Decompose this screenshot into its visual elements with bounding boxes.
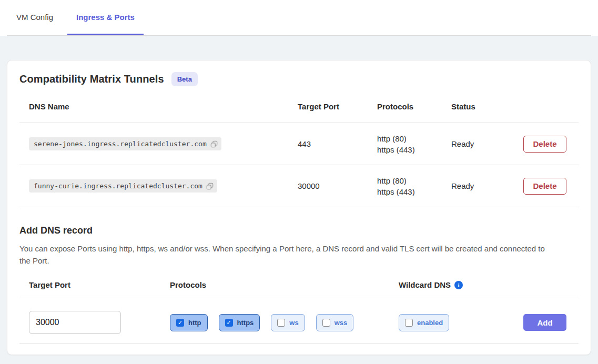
- status-badge: Ready: [451, 139, 511, 148]
- checkbox-checked-icon: ✓: [225, 319, 233, 327]
- copy-icon[interactable]: [210, 140, 218, 148]
- protocols-value: http (80) https (443): [377, 133, 451, 155]
- protocol-checkbox-https[interactable]: ✓ https: [219, 314, 260, 331]
- add-form-labels-row: Target Port Protocols Wildcard DNS i: [19, 280, 579, 298]
- label-protocols: Protocols: [170, 280, 399, 289]
- protocol-checkbox-wss[interactable]: wss: [316, 314, 354, 331]
- status-badge: Ready: [451, 181, 511, 190]
- copy-icon[interactable]: [206, 183, 214, 190]
- table-row: funny-curie.ingress.replicatedcluster.co…: [19, 165, 579, 207]
- protocol-label: wss: [335, 319, 348, 327]
- checkbox-unchecked-icon: [277, 319, 285, 327]
- table-header-row: DNS Name Target Port Protocols Status: [19, 102, 579, 123]
- beta-badge: Beta: [171, 72, 198, 86]
- protocol-checkbox-ws[interactable]: ws: [271, 314, 305, 331]
- label-target-port: Target Port: [29, 280, 170, 289]
- delete-button[interactable]: Delete: [523, 178, 566, 195]
- label-wildcard-dns: Wildcard DNS i: [399, 280, 566, 289]
- dns-name-text: funny-curie.ingress.replicatedcluster.co…: [34, 182, 202, 190]
- delete-button[interactable]: Delete: [523, 136, 566, 153]
- dns-name-pill: serene-jones.ingress.replicatedcluster.c…: [29, 137, 221, 150]
- target-port-value: 443: [298, 139, 377, 148]
- col-header-dns-name: DNS Name: [29, 102, 298, 111]
- dns-name-pill: funny-curie.ingress.replicatedcluster.co…: [29, 179, 217, 193]
- table-row: serene-jones.ingress.replicatedcluster.c…: [19, 123, 579, 165]
- tabs-bar: VM Config Ingress & Ports: [7, 0, 591, 36]
- protocol-label: https: [237, 319, 254, 327]
- card-header: Compatibility Matrix Tunnels Beta: [19, 72, 579, 86]
- tunnels-card: Compatibility Matrix Tunnels Beta DNS Na…: [7, 60, 591, 355]
- tab-ingress-ports[interactable]: Ingress & Ports: [67, 0, 144, 35]
- card-footer-divider: [19, 343, 579, 344]
- col-header-protocols: Protocols: [377, 102, 451, 111]
- checkbox-unchecked-icon: [322, 319, 330, 327]
- tab-vm-config[interactable]: VM Config: [7, 0, 62, 35]
- protocol-checkbox-http[interactable]: ✓ http: [170, 314, 208, 331]
- protocol-checkbox-group: ✓ http ✓ https ws wss: [170, 314, 399, 331]
- info-icon[interactable]: i: [454, 281, 463, 289]
- add-button[interactable]: Add: [523, 314, 566, 331]
- add-dns-record-description: You can expose Ports using http, https, …: [19, 242, 548, 267]
- protocol-label: ws: [289, 319, 298, 327]
- checkbox-unchecked-icon: [405, 319, 413, 327]
- wildcard-enabled-label: enabled: [417, 319, 443, 327]
- page-title: Compatibility Matrix Tunnels: [19, 73, 164, 85]
- add-dns-record-title: Add DNS record: [19, 225, 579, 236]
- target-port-input[interactable]: [29, 311, 121, 334]
- col-header-status: Status: [451, 102, 511, 111]
- col-header-target-port: Target Port: [298, 102, 377, 111]
- add-form-controls-row: ✓ http ✓ https ws wss enabled Add: [19, 298, 579, 343]
- protocols-value: http (80) https (443): [377, 175, 451, 197]
- wildcard-enabled-checkbox[interactable]: enabled: [399, 314, 449, 331]
- dns-name-text: serene-jones.ingress.replicatedcluster.c…: [34, 140, 207, 148]
- checkbox-checked-icon: ✓: [176, 319, 184, 327]
- target-port-value: 30000: [298, 181, 377, 190]
- protocol-label: http: [188, 319, 201, 327]
- tabs-header: VM Config Ingress & Ports: [0, 0, 598, 36]
